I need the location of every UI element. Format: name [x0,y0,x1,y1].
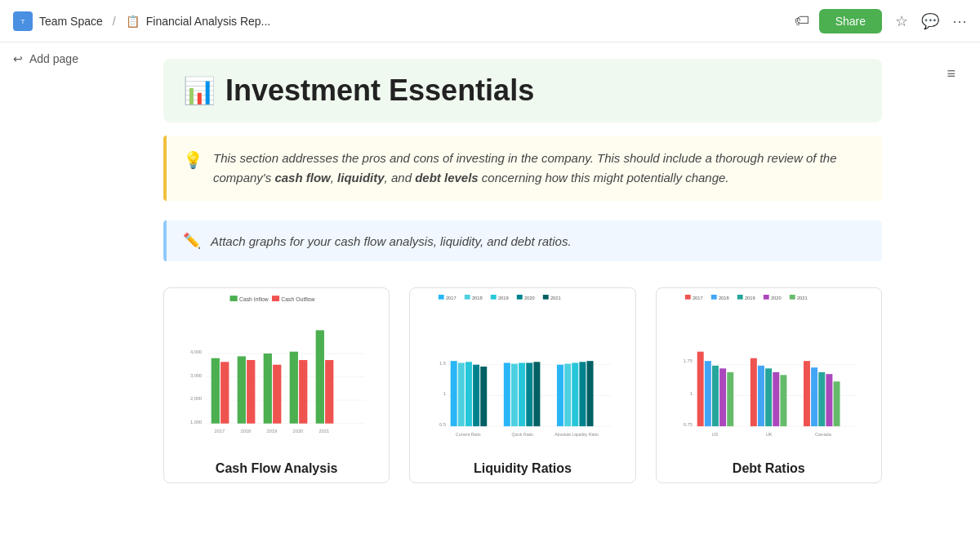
breadcrumb-separator: / [113,15,116,28]
cash-flow-label: Cash Flow Analysis [164,451,389,483]
svg-text:Quick Ratio: Quick Ratio [512,432,534,437]
svg-text:UK: UK [765,432,772,437]
svg-rect-58 [580,362,586,426]
more-icon[interactable]: ⋯ [952,12,967,30]
svg-rect-49 [481,367,488,426]
svg-rect-56 [564,364,571,427]
svg-rect-51 [511,364,518,427]
document-title[interactable]: Financial Analysis Rep... [146,15,271,28]
star-icon[interactable]: ☆ [895,12,908,30]
svg-rect-17 [247,360,255,424]
tag-icon[interactable]: 🏷 [795,12,809,29]
attach-box: ✏️ Attach graphs for your cash flow anal… [163,220,882,261]
team-space-label[interactable]: Team Space [39,15,103,28]
svg-rect-87 [773,372,779,426]
svg-rect-67 [737,295,742,300]
svg-rect-83 [727,372,733,426]
charts-area: Cash Inflow Cash Outflow 1,000 2,000 3,0… [163,287,882,483]
svg-text:2021: 2021 [797,296,808,300]
svg-rect-90 [811,367,817,426]
svg-text:Cash Inflow: Cash Inflow [239,296,269,302]
callout-icon: 💡 [183,150,203,170]
svg-text:Canada: Canada [815,432,832,437]
svg-text:1: 1 [689,391,692,396]
page-title: Investment Essentials [225,73,534,108]
svg-text:0.75: 0.75 [683,422,692,427]
svg-rect-47 [466,362,472,426]
svg-rect-88 [780,375,786,426]
header-actions: 🏷 Share ☆ 💬 ⋯ [795,9,967,33]
svg-text:2017: 2017 [446,296,457,300]
callout-mid1: , [331,171,337,185]
svg-rect-18 [264,354,272,424]
callout-box: 💡 This section addresses the pros and co… [163,136,882,201]
svg-rect-20 [290,352,298,424]
svg-rect-33 [491,295,497,300]
callout-text: This section addresses the pros and cons… [213,149,866,188]
svg-rect-4 [272,296,279,301]
liquidity-chart: 2017 2018 2019 2020 2021 0.5 1 1.5 [409,287,635,483]
svg-rect-16 [238,356,246,423]
svg-text:2020: 2020 [771,296,782,300]
svg-rect-86 [765,368,772,426]
svg-rect-57 [572,362,579,426]
callout-bold3: debt levels [415,171,479,185]
svg-rect-79 [697,352,703,426]
callout-bold1: cash flow [274,171,330,185]
header: T Team Space / 📋 Financial Analysis Rep.… [0,0,980,42]
svg-text:1.75: 1.75 [683,358,692,363]
debt-chart: 2017 2018 2019 2020 2021 0.75 1 1.75 [656,287,882,483]
svg-rect-55 [557,365,564,426]
attach-text: Attach graphs for your cash flow analysi… [211,234,572,248]
svg-rect-81 [712,366,719,426]
svg-text:Cash Outflow: Cash Outflow [281,296,314,302]
svg-rect-54 [534,362,541,426]
svg-rect-15 [220,362,229,423]
share-button[interactable]: Share [819,9,882,33]
svg-rect-48 [473,365,479,426]
svg-text:2021: 2021 [319,429,330,434]
svg-rect-82 [719,368,726,426]
liquidity-label: Liquidity Ratios [410,451,635,483]
svg-text:1,000: 1,000 [190,420,202,425]
svg-text:2020: 2020 [293,429,304,434]
svg-text:2019: 2019 [498,296,509,300]
svg-rect-63 [684,295,690,300]
svg-rect-80 [704,361,710,426]
svg-text:US: US [711,432,718,437]
svg-rect-19 [273,365,281,424]
svg-rect-85 [758,366,764,426]
svg-rect-53 [527,362,533,426]
callout-bold2: liquidity [337,171,385,185]
svg-text:0.5: 0.5 [439,422,446,427]
svg-text:Current Ratio: Current Ratio [456,432,481,437]
breadcrumb: T Team Space / 📋 Financial Analysis Rep.… [13,11,795,31]
svg-text:2018: 2018 [719,296,729,300]
svg-text:2,000: 2,000 [190,396,202,401]
comment-icon[interactable]: 💬 [921,12,939,30]
svg-rect-23 [325,360,333,424]
debt-label: Debt Ratios [657,451,881,483]
svg-rect-84 [750,358,756,426]
svg-rect-46 [458,362,465,426]
svg-rect-92 [826,374,832,426]
svg-rect-69 [763,295,768,300]
svg-text:4,000: 4,000 [190,349,202,354]
svg-rect-37 [543,295,549,300]
svg-text:2018: 2018 [241,429,252,434]
callout-mid2: , and [385,171,416,185]
svg-text:T: T [21,18,25,25]
svg-text:2017: 2017 [693,296,703,300]
svg-text:2017: 2017 [215,429,225,434]
svg-text:2019: 2019 [745,296,755,300]
svg-rect-65 [710,295,716,300]
svg-rect-14 [212,358,220,424]
title-section: 📊 Investment Essentials [163,59,882,122]
title-emoji: 📊 [183,75,216,106]
svg-rect-2 [230,296,238,301]
svg-text:2020: 2020 [524,296,535,300]
svg-text:Absolute Liquidity Ratio: Absolute Liquidity Ratio [555,432,599,437]
main-content: 📊 Investment Essentials 💡 This section a… [0,42,980,547]
cash-flow-chart: Cash Inflow Cash Outflow 1,000 2,000 3,0… [163,287,390,483]
callout-text-after: concerning how this might potentially ch… [479,171,729,185]
